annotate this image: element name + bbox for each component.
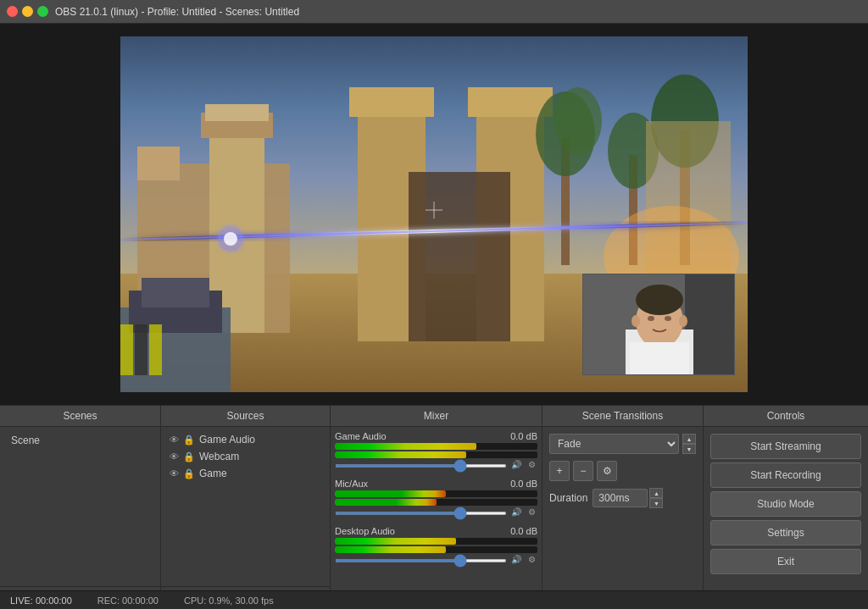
desktop-slider[interactable] [335,559,507,562]
game-audio-db: 0.0 dB [510,431,537,441]
mic-level [335,490,446,497]
svg-rect-9 [349,87,434,117]
svg-rect-6 [205,104,269,121]
source-item-game[interactable]: 👁 🔒 Game [165,465,326,482]
duration-up-button[interactable]: ▲ [649,488,663,498]
transition-spin-up[interactable]: ▲ [682,434,696,444]
titlebar-text: OBS 21.0.1 (linux) - Profile: Untitled -… [55,6,299,18]
source-eye-icon-2: 👁 [170,451,179,462]
transitions-header: Scene Transitions [542,406,703,427]
mic-settings-icon[interactable]: ⚙ [526,507,537,519]
scene-item[interactable]: Scene [4,431,156,450]
game-audio-slider[interactable] [335,464,507,468]
transition-type-row: Fade ▲ ▼ [549,434,696,454]
transition-spin: ▲ ▼ [682,434,696,454]
start-recording-button[interactable]: Start Recording [710,462,861,488]
webcam-svg [583,274,735,375]
scenes-content: Scene [0,427,160,586]
mic-slider[interactable] [335,512,507,515]
svg-point-40 [632,315,640,327]
svg-rect-24 [120,324,133,375]
maximize-button[interactable] [37,6,48,17]
game-audio-meter-2 [335,451,537,458]
source-game-label: Game [199,468,227,479]
game-audio-slider-row: 🔊 ⚙ [335,460,537,472]
svg-point-41 [679,315,687,327]
mic-db: 0.0 dB [510,479,537,489]
svg-rect-42 [630,342,689,375]
duration-spin-buttons: ▲ ▼ [649,488,663,508]
desktop-label: Desktop Audio [335,526,395,536]
svg-point-39 [665,316,671,321]
mixer-channel-game-audio: Game Audio 0.0 dB 🔊 ⚙ [335,431,537,472]
source-webcam-label: Webcam [199,451,239,462]
desktop-db: 0.0 dB [510,526,537,536]
transition-spin-down[interactable]: ▼ [682,444,696,454]
live-status: LIVE: 00:00:00 [10,595,72,606]
desktop-meter [335,538,537,545]
source-lock-icon-3: 🔒 [183,468,195,479]
svg-point-38 [648,316,654,321]
desktop-slider-row: 🔊 ⚙ [335,555,537,567]
source-item-game-audio[interactable]: 👁 🔒 Game Audio [165,431,326,448]
game-audio-settings-icon[interactable]: ⚙ [526,460,537,472]
desktop-level [335,538,456,545]
svg-point-30 [224,232,237,246]
game-audio-meter [335,443,537,450]
mixer-channel-desktop-header: Desktop Audio 0.0 dB [335,526,537,536]
exit-button[interactable]: Exit [710,549,861,574]
cpu-status: CPU: 0.9%, 30.00 fps [184,595,274,606]
source-eye-icon: 👁 [170,435,179,445]
preview-area [0,24,868,405]
transitions-panel: Scene Transitions Fade ▲ ▼ + − ⚙ Duratio… [542,406,704,609]
controls-content: Start Streaming Start Recording Studio M… [704,427,868,609]
duration-input-wrap: ▲ ▼ [593,488,663,508]
source-lock-icon: 🔒 [183,435,195,446]
svg-point-14 [554,87,602,155]
sources-header: Sources [161,406,330,427]
settings-button[interactable]: Settings [710,520,861,545]
scenes-panel: Scenes Scene + − | ∧ ∨ [0,406,161,609]
mixer-channel-desktop: Desktop Audio 0.0 dB 🔊 ⚙ [335,526,537,567]
source-item-webcam[interactable]: 👁 🔒 Webcam [165,448,326,465]
mixer-channel-game-audio-header: Game Audio 0.0 dB [335,431,537,441]
mic-meter-2 [335,499,537,506]
desktop-settings-icon[interactable]: ⚙ [526,555,537,567]
start-streaming-button[interactable]: Start Streaming [710,434,861,459]
mic-slider-row: 🔊 ⚙ [335,507,537,519]
window-buttons [7,6,48,17]
game-audio-label: Game Audio [335,431,387,441]
mic-label: Mic/Aux [335,479,368,489]
desktop-speaker-icon: 🔊 [510,555,522,567]
game-audio-level [335,443,476,450]
duration-input[interactable] [593,489,648,507]
scenes-header: Scenes [0,406,160,427]
controls-header: Controls [704,406,868,427]
transition-remove-button[interactable]: − [573,461,593,481]
minimize-button[interactable] [22,6,33,17]
source-game-audio-label: Game Audio [199,434,255,446]
duration-down-button[interactable]: ▼ [649,498,663,508]
mixer-channel-mic-header: Mic/Aux 0.0 dB [335,479,537,489]
duration-row: Duration ▲ ▼ [549,488,696,508]
bottom-panel: Scenes Scene + − | ∧ ∨ Sources 👁 🔒 Game … [0,405,868,609]
mic-meter [335,490,537,497]
svg-rect-3 [137,147,180,180]
mic-speaker-icon: 🔊 [510,507,522,519]
desktop-meter-2 [335,546,537,553]
svg-point-37 [636,285,683,315]
mic-level-2 [335,499,437,506]
svg-rect-26 [149,324,162,375]
transition-toolbar: + − ⚙ [549,461,696,481]
source-lock-icon-2: 🔒 [183,451,195,462]
rec-status: REC: 00:00:00 [97,595,159,606]
svg-rect-25 [135,324,147,375]
studio-mode-button[interactable]: Studio Mode [710,491,861,517]
mixer-channel-mic: Mic/Aux 0.0 dB 🔊 ⚙ [335,479,537,519]
mixer-panel: Mixer Game Audio 0.0 dB 🔊 ⚙ [331,406,542,609]
close-button[interactable] [7,6,18,17]
transition-type-select[interactable]: Fade [549,434,679,454]
transition-properties-button[interactable]: ⚙ [597,461,617,481]
transition-add-button[interactable]: + [549,461,570,481]
mixer-content: Game Audio 0.0 dB 🔊 ⚙ Mic/Aux [331,427,542,609]
